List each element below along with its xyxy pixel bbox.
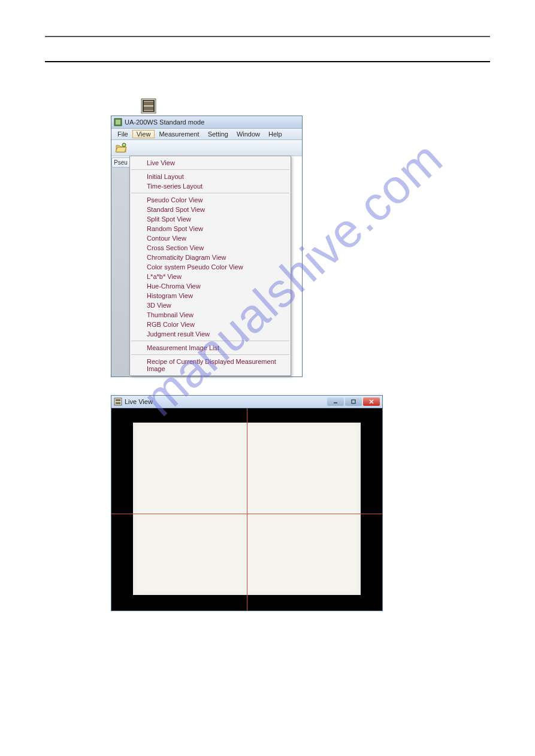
menubar: File View Measurement Setting Window Hel… (111, 129, 302, 140)
menu-item-color-system-pseudo[interactable]: Color system Pseudo Color View (130, 262, 291, 272)
menu-help[interactable]: Help (264, 130, 286, 138)
minimize-button[interactable] (327, 397, 344, 406)
svg-rect-8 (116, 120, 120, 125)
menu-item-judgment-result[interactable]: Judgment result View (130, 329, 291, 339)
menu-item-lab[interactable]: L*a*b* View (130, 272, 291, 281)
menu-item-live-view[interactable]: Live View (130, 158, 291, 168)
menu-separator (131, 169, 289, 170)
menu-item-recipe[interactable]: Recipe of Currently Displayed Measuremen… (130, 357, 291, 374)
menu-measurement[interactable]: Measurement (155, 130, 203, 138)
maximize-button[interactable] (345, 397, 362, 406)
crosshair-vertical (247, 408, 247, 611)
live-view-icon (114, 397, 122, 406)
app-icon (114, 118, 122, 126)
live-view-titlebar: Live View (111, 396, 382, 408)
menu-item-chromaticity[interactable]: Chromaticity Diagram View (130, 253, 291, 262)
live-view-title: Live View (125, 398, 153, 405)
menu-item-pseudo-color[interactable]: Pseudo Color View (130, 195, 291, 205)
menu-window[interactable]: Window (232, 130, 264, 138)
menu-item-thumbnail[interactable]: Thumbnail View (130, 310, 291, 320)
menu-item-time-series-layout[interactable]: Time-series Layout (130, 181, 291, 191)
menu-setting[interactable]: Setting (204, 130, 232, 138)
window-title: UA-200WS Standard mode (125, 119, 204, 126)
top-divider (45, 36, 490, 37)
svg-rect-1 (143, 100, 154, 101)
svg-rect-12 (116, 402, 120, 404)
menu-view[interactable]: View (132, 130, 155, 138)
menu-item-3d[interactable]: 3D View (130, 300, 291, 310)
menu-file[interactable]: File (113, 130, 132, 138)
live-view-canvas (111, 408, 382, 611)
section-divider (45, 61, 490, 62)
svg-rect-10 (114, 398, 122, 405)
toolbar (111, 140, 302, 156)
side-tab[interactable]: Pseu (111, 157, 129, 168)
menu-item-cross-section[interactable]: Cross Section View (130, 243, 291, 253)
app-window: UA-200WS Standard mode File View Measure… (111, 116, 303, 377)
svg-rect-14 (352, 400, 355, 403)
menu-separator (131, 193, 289, 193)
view-dropdown: Live View Initial Layout Time-series Lay… (129, 156, 291, 376)
menu-item-rgb-color[interactable]: RGB Color View (130, 320, 291, 329)
menu-separator (131, 341, 289, 341)
menu-item-standard-spot[interactable]: Standard Spot View (130, 205, 291, 214)
menu-item-image-list[interactable]: Measurement Image List (130, 343, 291, 353)
svg-rect-11 (116, 399, 120, 401)
menu-item-contour[interactable]: Contour View (130, 233, 291, 243)
svg-rect-2 (143, 111, 154, 112)
titlebar: UA-200WS Standard mode (111, 116, 302, 129)
crosshair-horizontal (111, 514, 382, 514)
menu-item-hue-chroma[interactable]: Hue-Chroma View (130, 281, 291, 291)
svg-rect-6 (153, 100, 155, 112)
menu-separator (131, 354, 289, 355)
svg-rect-5 (143, 100, 144, 112)
menu-item-initial-layout[interactable]: Initial Layout (130, 172, 291, 181)
live-view-window: Live View (111, 395, 383, 611)
video-icon (141, 98, 156, 114)
menu-item-split-spot[interactable]: Split Spot View (130, 214, 291, 224)
menu-item-histogram[interactable]: Histogram View (130, 291, 291, 300)
open-folder-icon[interactable] (115, 142, 127, 154)
svg-rect-3 (143, 102, 154, 105)
svg-rect-4 (143, 107, 154, 110)
menu-item-random-spot[interactable]: Random Spot View (130, 224, 291, 233)
close-button[interactable] (363, 397, 380, 406)
side-panel (111, 168, 129, 377)
